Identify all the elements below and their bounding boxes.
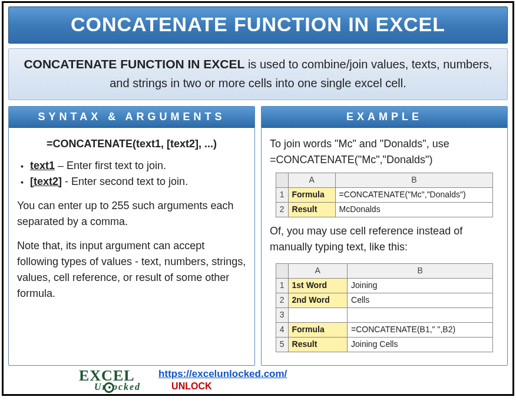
cell: Cells <box>348 293 493 307</box>
footer-links: https://excelunlocked.com/ UNLOCK <box>158 368 287 392</box>
syntax-panel: SYNTAX & ARGUMENTS =CONCATENATE(text1, [… <box>8 106 255 366</box>
cell <box>348 307 493 322</box>
example-formula: =CONCATENATE("Mc","Donalds") <box>270 152 499 168</box>
cell: 2nd Word <box>288 293 348 307</box>
syntax-formula: =CONCATENATE(text1, [text2], ...) <box>17 136 246 152</box>
footer: EXCEL Unlocked https://excelunlocked.com… <box>8 368 508 392</box>
row-header: 1 <box>276 187 288 202</box>
cell: Formula <box>288 322 348 337</box>
grid-corner <box>276 173 288 187</box>
col-header: B <box>335 173 493 187</box>
argument-item: [text2] - Enter second text to join. <box>21 174 246 190</box>
example-text: Of, you may use cell reference instead o… <box>270 223 499 255</box>
syntax-body: =CONCATENATE(text1, [text2], ...) text1 … <box>9 128 254 309</box>
unlock-label: UNLOCK <box>158 381 287 392</box>
syntax-note: You can enter up to 255 such arguments e… <box>17 198 246 230</box>
row-header: 2 <box>276 293 288 307</box>
col-header: A <box>288 263 348 278</box>
argument-desc: – Enter first text to join. <box>55 160 166 171</box>
excel-table-1: A B 1 Formula =CONCATENATE("Mc","Donalds… <box>276 173 494 217</box>
excel-table-2: A B 1 1st Word Joining 2 2nd Word Cells <box>276 263 494 352</box>
logo-text-top: EXCEL <box>79 368 141 383</box>
cell: Result <box>288 202 335 217</box>
columns: SYNTAX & ARGUMENTS =CONCATENATE(text1, [… <box>8 106 508 366</box>
col-header: B <box>348 263 493 278</box>
cell: Result <box>288 337 348 352</box>
argument-name: [text2] <box>30 176 62 187</box>
cell: Formula <box>288 187 335 202</box>
syntax-note: Note that, its input argument can accept… <box>17 238 246 302</box>
website-link[interactable]: https://excelunlocked.com/ <box>158 368 287 379</box>
cell: =CONCATENATE("Mc","Donalds") <box>335 187 493 202</box>
col-header: A <box>288 173 335 187</box>
cell: Joining <box>348 278 493 293</box>
cell <box>288 307 348 322</box>
cell: Joining Cells <box>348 337 493 352</box>
page-title: CONCATENATE FUNCTION IN EXCEL <box>8 6 508 44</box>
example-body: To join words "Mc" and "Donalds", use =C… <box>262 128 507 365</box>
row-header: 5 <box>276 337 288 352</box>
description-box: CONCATENATE FUNCTION IN EXCEL is used to… <box>8 48 508 100</box>
description-lead: CONCATENATE FUNCTION IN EXCEL <box>24 57 244 71</box>
argument-desc: - Enter second text to join. <box>62 176 188 187</box>
cell: McDonalds <box>335 202 493 217</box>
example-text: To join words "Mc" and "Donalds", use <box>270 136 499 152</box>
row-header: 2 <box>276 202 288 217</box>
syntax-header: SYNTAX & ARGUMENTS <box>9 107 254 128</box>
grid-corner <box>276 263 288 278</box>
argument-name: text1 <box>30 160 55 171</box>
row-header: 4 <box>276 322 288 337</box>
example-header: EXAMPLE <box>262 107 507 128</box>
row-header: 3 <box>276 307 288 322</box>
cell: =CONCATENATE(B1," ",B2) <box>348 322 493 337</box>
document-card: CONCATENATE FUNCTION IN EXCEL CONCATENAT… <box>2 1 514 396</box>
argument-list: text1 – Enter first text to join. [text2… <box>17 158 246 190</box>
row-header: 1 <box>276 278 288 293</box>
logo: EXCEL Unlocked <box>79 368 141 392</box>
cell: 1st Word <box>288 278 348 293</box>
argument-item: text1 – Enter first text to join. <box>21 158 246 174</box>
example-panel: EXAMPLE To join words "Mc" and "Donalds"… <box>261 106 508 366</box>
